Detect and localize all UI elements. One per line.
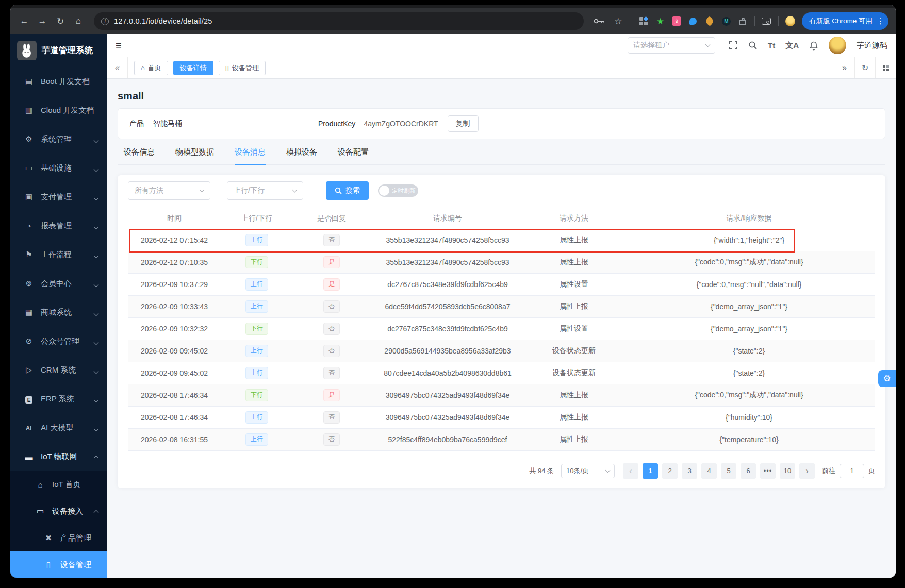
url-text[interactable]: 127.0.0.1/iot/device/detail/25 [114,17,212,25]
back-icon[interactable]: ← [18,16,31,26]
user-avatar[interactable] [829,37,846,54]
direction-filter-select[interactable]: 上行/下行 [227,181,303,200]
tab-device-messages[interactable]: 设备消息 [235,147,266,165]
tab-device-config[interactable]: 设备配置 [338,147,369,164]
auto-refresh-toggle[interactable]: 定时刷新 [378,184,418,197]
direction-tag: 下行 [245,256,268,268]
col-direction: 上行/下行 [221,208,293,229]
tenant-select[interactable]: 请选择租户 [628,37,715,54]
productkey-value: 4aymZgOTOOCrDKRT [364,120,438,128]
extensions-puzzle-icon[interactable] [738,16,748,26]
extension-m-icon[interactable]: M [721,16,731,26]
sidebar-item-iot-home[interactable]: ⌂ IoT 首页 [10,471,107,498]
page-button-5[interactable]: 5 [721,463,736,479]
tab-device-detail[interactable]: 设备详情 [173,61,213,75]
extension-broom-icon[interactable] [705,16,715,26]
sidebar-item-erp[interactable]: E ERP 系统 [10,384,107,413]
sidebar-item-mall[interactable]: ▦ 商城系统 [10,298,107,327]
sidebar-item-system[interactable]: ⚙ 系统管理 [10,125,107,154]
tab-home[interactable]: ⌂ 首页 [134,61,168,75]
bookmark-star-icon[interactable]: ☆ [612,16,625,27]
table-row[interactable]: 2026-02-08 16:31:55 上行 否 522f85c4ff894eb… [128,428,875,450]
cell-request-id: 355b13e3212347f4890c574258f5cc93 [370,251,525,273]
table-row[interactable]: 2026-02-09 09:45:02 上行 否 807cdee14cda40a… [128,362,875,384]
site-info-icon[interactable]: i [101,18,109,25]
sidebar-item-crm[interactable]: ▷ CRM 系统 [10,356,107,384]
sidebar-item-payment[interactable]: ▣ 支付管理 [10,182,107,211]
sidebar-item-infra[interactable]: ▭ 基础设施 [10,154,107,182]
page-button-10[interactable]: 10 [780,463,795,479]
sidebar-item-report[interactable]: ◔ 报表管理 [10,211,107,240]
home-icon[interactable]: ⌂ [72,16,85,26]
sidebar-item-device-mgmt[interactable]: ▯ 设备管理 [10,551,107,578]
table-row[interactable]: 2026-02-12 07:15:42 上行 否 355b13e3212347f… [128,229,875,251]
browser-menu-icon[interactable]: ⋮ [877,16,884,26]
tab-simulate-device[interactable]: 模拟设备 [286,147,317,164]
reply-tag: 否 [323,345,340,357]
page-button-4[interactable]: 4 [701,463,717,479]
more-pages-button[interactable]: ••• [760,463,776,479]
sidebar-item-boot-docs[interactable]: ▤ Boot 开发文档 [10,67,107,96]
tags-scroll-left-icon[interactable]: « [107,57,128,78]
table-row[interactable]: 2026-02-09 10:32:32 下行 否 dc2767c875c348e… [128,317,875,340]
reload-icon[interactable]: ↻ [54,16,67,27]
table-row[interactable]: 2026-02-08 17:46:34 上行 否 30964975bc07432… [128,406,875,428]
extension-balloon-icon[interactable] [688,16,698,26]
table-row[interactable]: 2026-02-08 17:46:34 下行 是 30964975bc07432… [128,384,875,406]
notification-bell-icon[interactable] [809,41,818,51]
next-page-button[interactable]: › [799,463,815,479]
page-button-1[interactable]: 1 [643,463,658,479]
address-bar[interactable]: i 127.0.0.1/iot/device/detail/25 [94,12,584,30]
sidebar-item-cloud-docs[interactable]: ▥ Cloud 开发文档 [10,96,107,125]
sidebar-item-member[interactable]: ⊚ 会员中心 [10,269,107,298]
page-button-2[interactable]: 2 [662,463,678,479]
tab-device-mgmt[interactable]: ▯ 设备管理 [219,61,266,75]
table-row[interactable]: 2026-02-09 09:45:02 上行 否 2900d5a56914493… [128,340,875,362]
sidebar-logo[interactable]: 芋道管理系统 [10,34,107,67]
fullscreen-icon[interactable] [729,41,738,50]
page-button-3[interactable]: 3 [682,463,697,479]
tags-scroll-right-icon[interactable]: » [834,57,854,78]
table-row[interactable]: 2026-02-12 07:10:35 下行 是 355b13e3212347f… [128,251,875,273]
profile-emoji-icon[interactable] [785,16,795,26]
sidebar-item-iot[interactable]: ▬ IoT 物联网 [10,442,107,471]
goto-page-input[interactable] [840,464,864,478]
extension-translate-icon[interactable]: 文 [672,16,682,26]
search-icon[interactable] [748,41,758,50]
table-row[interactable]: 2026-02-09 10:33:43 上行 否 6dce59f4dd57420… [128,295,875,317]
cell-time: 2026-02-12 07:10:35 [128,251,221,273]
password-key-icon[interactable] [594,18,605,25]
tenant-placeholder: 请选择租户 [633,41,669,50]
prev-page-button[interactable]: ‹ [623,463,638,479]
ai-icon: AI [24,425,34,431]
extension-star-icon[interactable]: ★ [655,16,665,26]
tab-device-info[interactable]: 设备信息 [124,147,155,164]
sidebar-item-workflow[interactable]: ⚑ 工作流程 [10,240,107,269]
refresh-icon[interactable]: ↻ [854,57,875,78]
sidebar-item-device-access[interactable]: ▭ 设备接入 [10,498,107,525]
screen-capture-icon[interactable] [762,16,771,26]
collapse-menu-icon[interactable]: ≡ [116,40,122,52]
sidebar-item-wechat[interactable]: ⊘ 公众号管理 [10,327,107,356]
chevron-up-icon [94,507,98,516]
table-row[interactable]: 2026-02-09 10:37:29 上行 是 dc2767c875c348e… [128,273,875,295]
page-button-6[interactable]: 6 [741,463,756,479]
search-button[interactable]: 搜索 [326,181,369,200]
copy-button[interactable]: 复制 [448,115,479,132]
cell-time: 2026-02-08 17:46:34 [128,406,221,428]
page-size-select[interactable]: 10条/页 [561,464,615,478]
sidebar-item-label: 设备接入 [52,507,83,516]
font-size-icon[interactable]: Tt [768,41,775,50]
username[interactable]: 芋道源码 [857,41,887,51]
language-icon[interactable]: 文A [785,41,799,51]
layout-grid-icon[interactable] [875,57,896,78]
sidebar-item-label: 商城系统 [41,308,72,317]
tab-thing-model-data[interactable]: 物模型数据 [175,147,214,164]
extension-squares-icon[interactable] [639,16,649,26]
settings-gear-button[interactable]: ⚙ [878,370,896,387]
sidebar-item-ai[interactable]: AI AI 大模型 [10,413,107,442]
method-filter-select[interactable]: 所有方法 [128,181,210,200]
forward-icon[interactable]: → [36,16,49,26]
chrome-update-button[interactable]: 有新版 Chrome 可用 ⋮ [802,12,888,30]
sidebar-item-product-mgmt[interactable]: ✖ 产品管理 [10,525,107,551]
